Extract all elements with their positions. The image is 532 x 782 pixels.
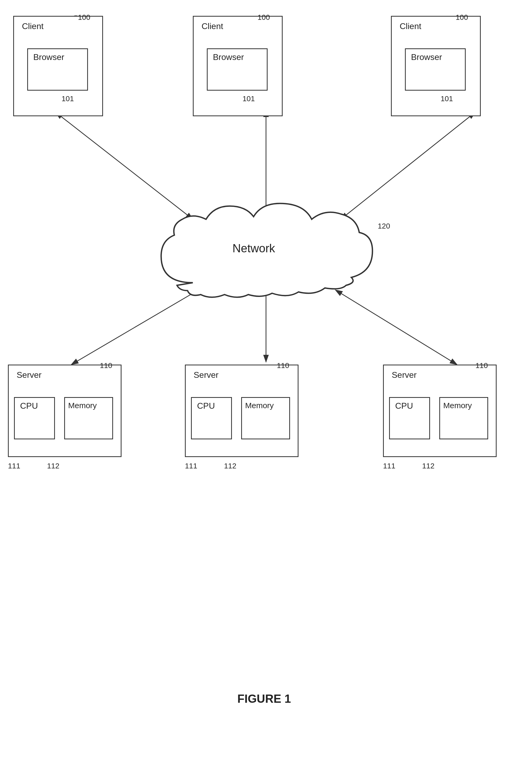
server2-box: Server CPU Memory [185, 364, 298, 457]
svg-line-7 [341, 293, 457, 364]
diagram: Client Browser 101 100 ⌒ Client Browser … [0, 0, 532, 782]
server3-label: Server [392, 370, 417, 380]
client1-label: Client [22, 22, 44, 31]
client1-browser-label: Browser [33, 52, 64, 62]
server3-memory-ref: 112 [422, 462, 434, 470]
server2-cpu-label: CPU [197, 401, 215, 411]
server1-memory-box: Memory [64, 397, 113, 439]
client1-ref-curve: ⌒ [72, 14, 79, 24]
figure-title: FIGURE 1 [198, 692, 330, 705]
client3-ref: 100 [456, 13, 468, 22]
server2-memory-label: Memory [245, 401, 274, 410]
client1-ref: 100 [78, 13, 90, 22]
client1-browser-ref: 101 [62, 95, 74, 103]
server3-cpu-label: CPU [395, 401, 413, 411]
client3-box: Client Browser 101 [391, 16, 481, 116]
server3-memory-label: Memory [443, 401, 472, 410]
svg-line-5 [71, 293, 193, 364]
client2-box: Client Browser 101 [193, 16, 283, 116]
server1-ref: 110 [100, 361, 112, 370]
server3-cpu-ref: 111 [383, 462, 395, 470]
server3-memory-box: Memory [439, 397, 488, 439]
client1-box: Client Browser 101 [13, 16, 103, 116]
client2-browser-label: Browser [213, 52, 244, 62]
server2-cpu-box: CPU [191, 397, 232, 439]
server3-ref: 110 [475, 361, 488, 370]
client2-ref: 100 [257, 13, 270, 22]
server1-memory-label: Memory [68, 401, 97, 410]
server2-cpu-ref: 111 [185, 462, 197, 470]
server1-cpu-box: CPU [14, 397, 55, 439]
network-label: Network [233, 242, 275, 255]
server1-cpu-ref: 111 [8, 462, 20, 470]
server1-box: Server CPU Memory [8, 364, 121, 457]
client1-browser-box: Browser [27, 48, 88, 91]
client2-browser-ref: 101 [243, 95, 255, 103]
server1-memory-ref: 112 [47, 462, 60, 470]
client2-label: Client [202, 22, 223, 31]
server2-label: Server [193, 370, 218, 380]
client3-label: Client [400, 22, 421, 31]
server1-label: Server [16, 370, 41, 380]
client2-browser-box: Browser [207, 48, 268, 91]
client3-browser-ref: 101 [440, 95, 453, 103]
server2-ref: 110 [277, 361, 289, 370]
server2-memory-box: Memory [241, 397, 290, 439]
server3-cpu-box: CPU [389, 397, 430, 439]
client3-browser-label: Browser [411, 52, 442, 62]
server1-cpu-label: CPU [20, 401, 38, 411]
server3-box: Server CPU Memory [383, 364, 497, 457]
network-ref: 120 [378, 222, 390, 230]
server2-memory-ref: 112 [224, 462, 237, 470]
client3-browser-box: Browser [405, 48, 466, 91]
network-cloud: Network 120 [140, 198, 394, 304]
